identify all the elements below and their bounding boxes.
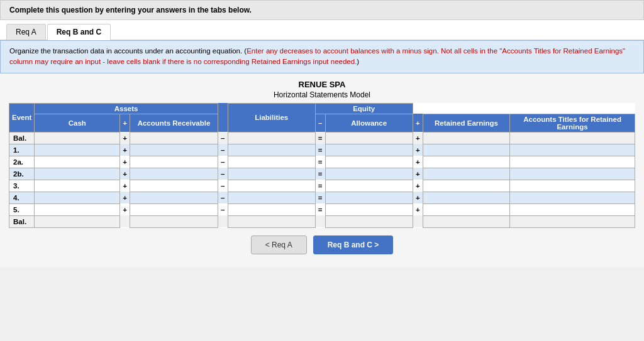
allow-input[interactable] [231,170,313,178]
tabs-bar: Req A Req B and C [0,20,644,40]
acct-title-cell [510,132,635,144]
event-label: 2b. [9,168,35,180]
re-input[interactable] [426,158,507,166]
acct-title-input[interactable] [513,181,632,190]
table-row: 3. + – = + [9,180,635,192]
liab-input[interactable] [328,170,410,178]
ar-input[interactable] [133,217,215,226]
liab-input[interactable] [328,205,410,214]
allow-input[interactable] [231,134,313,143]
re-input[interactable] [426,181,507,190]
liab-input[interactable] [328,158,410,166]
event-header: Event [9,103,35,132]
event-label: Bal. [9,132,35,144]
liab-input[interactable] [328,181,410,190]
ar-input[interactable] [133,134,215,143]
cash-input[interactable] [37,170,117,178]
event-label: 2a. [9,156,35,168]
liab-cell [325,132,413,144]
allow-input[interactable] [231,146,313,154]
company-title: RENUE SPA [9,80,635,89]
instructions-box: Organize the transaction data in account… [0,40,644,73]
assets-header: Assets [35,103,218,114]
ar-input[interactable] [133,193,215,202]
cash-input[interactable] [37,134,117,143]
ar-cell [130,132,218,144]
ar-input[interactable] [133,146,215,154]
top-instruction: Complete this question by entering your … [0,0,644,20]
event-label: 4. [9,192,35,203]
re-input[interactable] [426,146,507,154]
liab-input[interactable] [328,193,410,202]
liab-input[interactable] [328,134,410,143]
liab-input[interactable] [328,217,410,226]
ar-input[interactable] [133,170,215,178]
allow-cell [228,132,315,144]
allow-input[interactable] [231,217,313,226]
table-row: 2b. + – = + [9,168,635,180]
tab-req-a[interactable]: Req A [6,24,46,40]
table-row: 4. + – = + [9,192,635,203]
cash-input[interactable] [37,181,117,190]
event-label: Bal. [9,215,35,227]
allow-input[interactable] [231,193,313,202]
liab-header: Liabilities [228,103,315,132]
cash-input[interactable] [37,217,117,226]
equity-header: Equity [315,103,413,114]
re-input[interactable] [426,170,507,178]
event-label: 3. [9,180,35,192]
acct-title-input[interactable] [513,205,632,214]
re-input[interactable] [426,193,507,202]
table-row: 2a. + – = + [9,156,635,168]
cash-cell [35,132,120,144]
instructions-red: Enter any decreases to account balances … [9,47,625,65]
table-row: Bal. [9,215,635,227]
next-button[interactable]: Req B and C > [313,235,394,254]
re-input[interactable] [426,205,507,214]
cash-input[interactable] [37,205,117,214]
cash-header: Cash [35,114,120,132]
table-row: 5. + – = + [9,203,635,215]
ar-input[interactable] [133,158,215,166]
bottom-nav: < Req A Req B and C > [9,235,635,261]
ar-header: Accounts Receivable [130,114,218,132]
main-content: RENUE SPA Horizontal Statements Model Ev… [0,73,644,267]
tab-req-b-c[interactable]: Req B and C [47,24,111,40]
event-label: 5. [9,203,35,215]
allow-header: Allowance [325,114,413,132]
acct-title-input[interactable] [513,158,632,166]
event-label: 1. [9,144,35,156]
statement-table: Event Assets Liabilities Equity Cash + A… [9,103,635,228]
acct-title-input[interactable] [513,134,632,143]
allow-input[interactable] [231,181,313,190]
acct-title-input[interactable] [513,193,632,202]
model-title: Horizontal Statements Model [9,90,635,99]
re-cell [423,132,509,144]
acct-title-input[interactable] [513,146,632,154]
ar-input[interactable] [133,205,215,214]
cash-input[interactable] [37,158,117,166]
allow-input[interactable] [231,205,313,214]
liab-input[interactable] [328,146,410,154]
instructions-body: Organize the transaction data in account… [9,47,625,65]
ar-input[interactable] [133,181,215,190]
cash-input[interactable] [37,193,117,202]
re-header: Retained Earnings [423,114,509,132]
acct-title-header: Accounts Titles for Retained Earnings [510,114,635,132]
acct-title-input[interactable] [513,217,632,226]
table-row: 1. + – = + [9,144,635,156]
cash-input[interactable] [37,146,117,154]
allow-input[interactable] [231,158,313,166]
prev-button[interactable]: < Req A [251,235,307,254]
acct-title-input[interactable] [513,170,632,178]
re-input[interactable] [426,217,507,226]
table-row: Bal. + – = + [9,132,635,144]
re-input[interactable] [426,134,507,143]
